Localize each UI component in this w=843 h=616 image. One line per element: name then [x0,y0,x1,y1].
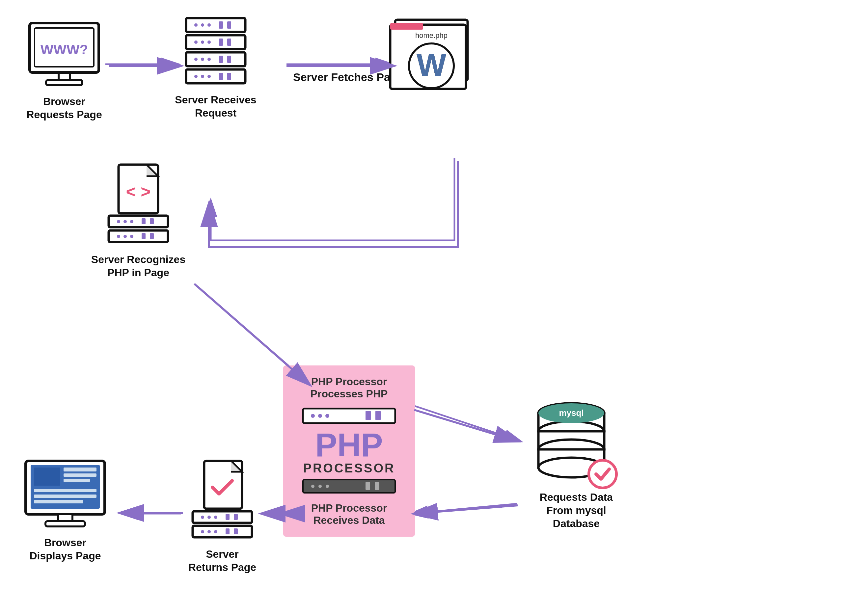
server-rack-icon [179,15,252,87]
server-returns-icon [181,456,264,541]
svg-point-94 [201,516,204,519]
php-processor-node: PHP ProcessorProcesses PHP PHP PROCESSOR… [283,365,415,537]
server-recognizes-label: Server RecognizesPHP in Page [91,253,185,279]
svg-point-102 [214,530,217,533]
mysql-icon: mysql [529,395,624,491]
svg-rect-71 [303,409,395,423]
svg-point-96 [214,516,217,519]
svg-point-47 [207,75,211,78]
svg-rect-31 [227,21,231,29]
svg-point-92 [589,460,616,488]
svg-point-41 [207,58,211,61]
svg-point-79 [318,485,322,488]
server-receives-label: Server ReceivesRequest [175,93,256,120]
svg-point-59 [123,220,127,223]
browser-request-node: WWW? BrowserRequests Page [20,20,108,121]
svg-rect-109 [63,468,97,471]
server-php-icon: < > [92,158,185,247]
browser-displays-label: BrowserDisplays Page [29,536,101,562]
svg-rect-49 [227,73,231,80]
svg-text:< >: < > [126,182,151,201]
svg-rect-68 [150,233,154,239]
svg-point-45 [194,75,198,78]
svg-point-29 [207,23,211,27]
mysql-label: Requests DataFrom mysql Database [523,491,629,530]
svg-rect-112 [34,489,97,492]
svg-rect-117 [45,521,85,527]
svg-text:W: W [416,47,446,82]
php-processor-top-label: PHP ProcessorProcesses PHP [311,375,388,400]
svg-rect-114 [34,500,83,503]
browser-displays-node: BrowserDisplays Page [19,458,111,562]
svg-rect-52 [390,23,423,29]
svg-rect-97 [226,514,230,520]
svg-point-28 [201,23,204,27]
svg-rect-81 [365,482,370,490]
svg-rect-104 [234,528,238,534]
svg-text:WWW?: WWW? [41,42,88,57]
svg-line-4 [412,405,520,441]
svg-point-35 [207,41,211,44]
svg-rect-48 [219,73,223,80]
browser-icon: WWW? [26,20,102,89]
svg-rect-25 [46,80,82,85]
server-recognizes-node: < > Server RecognizesPHP in Page [89,158,188,279]
svg-rect-67 [142,233,145,239]
svg-rect-36 [219,38,223,46]
server-returns-label: ServerReturns Page [188,547,256,574]
svg-point-74 [325,414,329,418]
svg-point-46 [201,75,204,78]
svg-line-5 [412,504,517,513]
svg-point-101 [207,530,211,533]
diagram: WWW? BrowserRequests Page [0,0,843,616]
wordpress-node: home.php W W [385,8,478,100]
svg-rect-75 [365,411,371,420]
svg-point-60 [130,220,133,223]
svg-rect-82 [375,482,379,490]
svg-rect-42 [219,56,223,63]
svg-rect-77 [303,480,395,493]
svg-rect-62 [150,218,154,224]
server-receives-node: Server ReceivesRequest [174,15,257,120]
browser-display-icon [22,458,108,530]
php-processor-bottom-label: PHP ProcessorReceives Data [311,502,387,527]
svg-point-65 [123,235,127,238]
svg-rect-98 [234,514,238,520]
svg-text:mysql: mysql [559,408,584,418]
wordpress-icon: home.php W W [389,8,474,100]
php-big-text: PHP [315,428,383,461]
svg-point-80 [325,485,329,488]
svg-line-15 [414,410,518,441]
svg-rect-113 [34,494,97,498]
svg-point-33 [194,41,198,44]
svg-text:home.php: home.php [415,31,447,40]
svg-rect-108 [34,468,60,485]
svg-point-100 [201,530,204,533]
svg-rect-30 [219,21,223,29]
svg-point-64 [117,235,120,238]
svg-point-72 [311,414,315,418]
svg-rect-76 [375,411,381,420]
svg-point-39 [194,58,198,61]
svg-rect-103 [226,528,230,534]
svg-point-58 [117,220,120,223]
svg-point-27 [194,23,198,27]
svg-rect-43 [227,56,231,63]
svg-rect-61 [142,218,145,224]
svg-rect-111 [63,479,90,482]
svg-line-16 [414,505,518,513]
mysql-node: mysql Requests DataFrom mysql Database [523,395,629,530]
svg-point-34 [201,41,204,44]
svg-point-73 [318,414,322,418]
server-returns-node: ServerReturns Page [178,456,267,574]
svg-point-66 [130,235,133,238]
svg-point-40 [201,58,204,61]
svg-point-95 [207,516,211,519]
svg-point-78 [311,485,314,488]
svg-rect-37 [227,38,231,46]
browser-request-label: BrowserRequests Page [26,95,102,121]
svg-rect-110 [63,474,97,477]
processor-text: PROCESSOR [303,461,395,475]
